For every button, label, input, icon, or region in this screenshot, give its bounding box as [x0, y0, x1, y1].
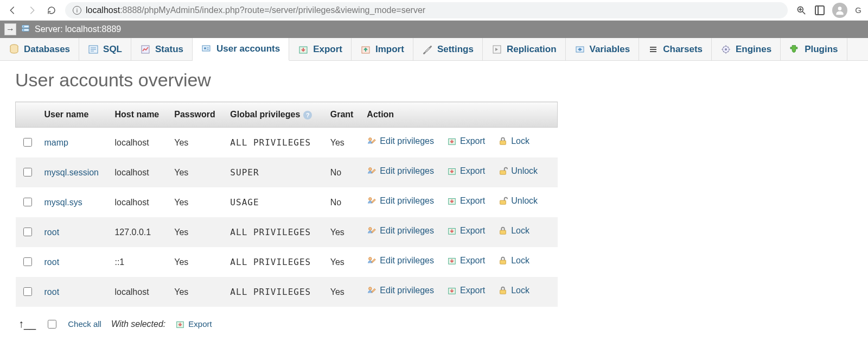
col-host[interactable]: Host name — [109, 102, 169, 128]
tab-plugins[interactable]: Plugins — [781, 38, 847, 60]
site-info-icon[interactable]: i — [73, 6, 81, 15]
edit-privileges-link[interactable]: Edit privileges — [367, 286, 434, 295]
tab-replication[interactable]: Replication — [483, 38, 566, 60]
privileges-cell: ALL PRIVILEGES — [225, 247, 324, 277]
tab-user-accounts[interactable]: User accounts — [193, 38, 289, 61]
row-checkbox[interactable] — [23, 228, 32, 236]
edit-privileges-link[interactable]: Edit privileges — [367, 256, 434, 266]
top-tabs: DatabasesSQLStatusUser accountsExportImp… — [0, 38, 868, 61]
settings-icon — [422, 44, 433, 55]
lock-toggle-link[interactable]: Lock — [498, 286, 529, 295]
privileges-cell: ALL PRIVILEGES — [225, 217, 324, 247]
user-link[interactable]: root — [44, 257, 60, 267]
tab-import[interactable]: Import — [352, 38, 413, 60]
tab-export[interactable]: Export — [289, 38, 352, 60]
table-header-row: User name Host name Password Global priv… — [16, 102, 558, 128]
export-icon — [447, 256, 457, 266]
forward-button[interactable] — [26, 4, 38, 16]
grant-cell: No — [325, 157, 362, 187]
host-cell: ::1 — [109, 247, 169, 277]
lock-icon — [498, 196, 508, 206]
row-checkbox[interactable] — [23, 168, 32, 176]
plugins-icon — [789, 44, 800, 55]
host-cell: localhost — [109, 277, 169, 307]
nav-collapse-button[interactable]: → — [4, 23, 16, 35]
tab-charsets[interactable]: Charsets — [639, 38, 712, 60]
engines-icon — [720, 44, 731, 55]
user-link[interactable]: mamp — [44, 138, 68, 147]
tab-label: Export — [313, 44, 342, 55]
col-check — [16, 102, 39, 128]
export-icon — [298, 44, 309, 55]
zoom-icon[interactable] — [795, 4, 807, 16]
tab-label: Status — [155, 44, 183, 55]
export-user-link[interactable]: Export — [447, 256, 485, 266]
tab-settings[interactable]: Settings — [413, 38, 483, 60]
reload-button[interactable] — [46, 4, 58, 16]
profile-label: G — [855, 5, 861, 15]
edit-privileges-link[interactable]: Edit privileges — [367, 166, 434, 176]
password-cell: Yes — [169, 128, 225, 158]
edit-privileges-icon — [367, 256, 376, 266]
profile-avatar[interactable] — [832, 3, 847, 18]
tab-variables[interactable]: Variables — [566, 38, 640, 60]
export-user-link[interactable]: Export — [447, 166, 485, 176]
edit-privileges-link[interactable]: Edit privileges — [367, 226, 434, 236]
lock-toggle-link[interactable]: Lock — [498, 226, 529, 236]
row-checkbox[interactable] — [23, 198, 32, 206]
host-cell: localhost — [109, 187, 169, 217]
server-label[interactable]: Server: localhost:8889 — [35, 24, 121, 34]
grant-cell: Yes — [325, 277, 362, 307]
tab-label: Import — [375, 44, 404, 55]
col-privileges[interactable]: Global privileges? — [225, 102, 324, 128]
tab-label: SQL — [103, 44, 122, 55]
lock-toggle-link[interactable]: Unlock — [498, 196, 538, 206]
tab-sql[interactable]: SQL — [79, 38, 131, 60]
tab-label: Variables — [590, 44, 630, 55]
tab-databases[interactable]: Databases — [0, 38, 79, 60]
check-all-link[interactable]: Check all — [68, 319, 101, 329]
edit-privileges-link[interactable]: Edit privileges — [367, 136, 434, 146]
bulk-arrow-icon: ↑__ — [18, 318, 36, 330]
grant-cell: Yes — [325, 247, 362, 277]
sql-icon — [88, 44, 99, 55]
export-icon — [175, 319, 185, 329]
export-icon — [447, 226, 457, 236]
lock-icon — [498, 166, 508, 176]
tab-label: Charsets — [663, 44, 703, 55]
table-row: mysql.syslocalhostYesUSAGENoEdit privile… — [16, 187, 558, 217]
back-button[interactable] — [7, 4, 18, 16]
user-link[interactable]: root — [44, 287, 60, 296]
row-checkbox[interactable] — [23, 257, 32, 266]
bulk-export-link[interactable]: Export — [175, 319, 212, 329]
col-password[interactable]: Password — [169, 102, 225, 128]
lock-toggle-link[interactable]: Unlock — [498, 166, 538, 176]
export-user-link[interactable]: Export — [447, 136, 485, 146]
user-link[interactable]: mysql.session — [44, 168, 99, 177]
url-bar[interactable]: i localhost:8888/phpMyAdmin5/index.php?r… — [65, 2, 788, 18]
lock-toggle-link[interactable]: Lock — [498, 256, 529, 266]
user-link[interactable]: mysql.sys — [44, 198, 82, 207]
help-icon[interactable]: ? — [303, 111, 312, 119]
check-all-checkbox[interactable] — [48, 320, 56, 329]
tab-status[interactable]: Status — [131, 38, 193, 60]
tab-engines[interactable]: Engines — [712, 38, 781, 60]
tab-label: User accounts — [216, 43, 280, 54]
browser-toolbar: i localhost:8888/phpMyAdmin5/index.php?r… — [0, 0, 868, 21]
col-user[interactable]: User name — [39, 102, 110, 128]
edit-privileges-icon — [367, 166, 376, 176]
edit-privileges-link[interactable]: Edit privileges — [367, 196, 434, 206]
lock-toggle-link[interactable]: Lock — [498, 136, 529, 146]
user-link[interactable]: root — [44, 228, 60, 237]
export-user-link[interactable]: Export — [447, 226, 485, 236]
row-checkbox[interactable] — [23, 287, 32, 296]
table-row: root::1YesALL PRIVILEGESYesEdit privileg… — [16, 247, 558, 277]
export-icon — [447, 286, 457, 295]
extensions-icon[interactable] — [815, 5, 825, 15]
password-cell: Yes — [169, 217, 225, 247]
export-user-link[interactable]: Export — [447, 286, 485, 295]
tab-label: Databases — [24, 44, 70, 55]
row-checkbox[interactable] — [23, 138, 32, 147]
col-grant[interactable]: Grant — [325, 102, 362, 128]
export-user-link[interactable]: Export — [447, 196, 485, 206]
